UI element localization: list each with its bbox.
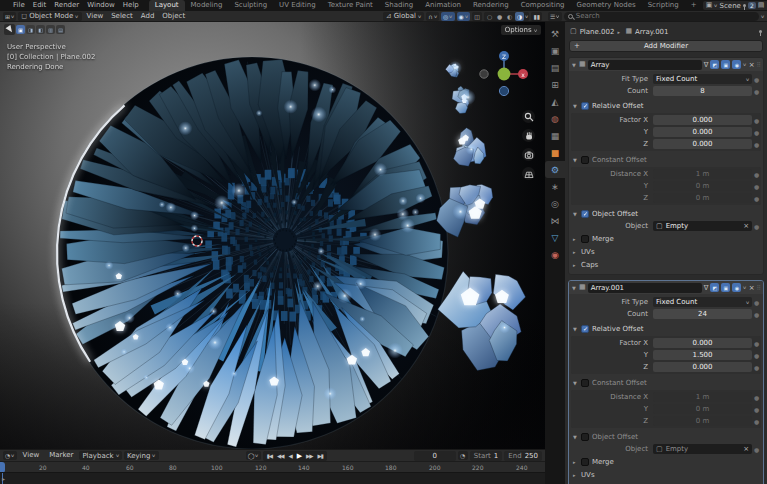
menu-timeline-view[interactable]: View <box>19 450 44 461</box>
pan-hand-button[interactable] <box>522 129 535 142</box>
tab-view-layer[interactable]: ⊞ <box>545 76 565 93</box>
mode-dropdown[interactable]: ◻Object Mode∨ <box>18 12 81 21</box>
merge-checkbox[interactable] <box>581 458 589 466</box>
tab-constraints[interactable]: ⋈ <box>545 212 565 229</box>
animate-dot-icon[interactable]: ● <box>752 141 761 148</box>
play-reverse-button[interactable]: ◀ <box>286 453 293 459</box>
transform-orientation-dropdown[interactable]: ⊿Global∨ <box>383 12 425 21</box>
menu-select[interactable]: Select <box>108 12 136 21</box>
count-slider[interactable]: 8 <box>653 86 752 96</box>
animate-dot-icon[interactable]: ● <box>752 394 761 401</box>
menu-object[interactable]: Object <box>159 12 188 21</box>
tool-option-4[interactable]: ▥ <box>46 25 55 34</box>
editmode-display-toggle[interactable]: ◩ <box>710 283 719 292</box>
fit-type-dropdown[interactable]: Fixed Count∨ <box>653 297 752 307</box>
pin-icon[interactable] <box>743 4 746 7</box>
relative-offset-checkbox[interactable] <box>581 325 589 333</box>
tab-geometry-nodes[interactable]: Geometry Nodes <box>571 0 642 11</box>
tab-scene[interactable]: ◭ <box>545 93 565 110</box>
uvs-collapsed-row[interactable]: ▸ UVs <box>571 245 761 258</box>
auto-keying-record-button[interactable]: ◯∨ <box>246 451 261 460</box>
delete-modifier-icon[interactable]: × <box>749 284 755 292</box>
menu-add[interactable]: Add <box>138 12 158 21</box>
relative-offset-checkbox[interactable] <box>581 102 589 110</box>
gizmos-dropdown[interactable]: ◉∨ <box>457 12 471 21</box>
shading-solid-button[interactable]: ● <box>495 12 504 21</box>
pause-render-button[interactable]: ▮▮ <box>531 12 542 21</box>
menu-help[interactable]: Help <box>119 0 143 11</box>
animate-dot-icon[interactable]: ● <box>752 418 761 425</box>
modifier-name-input[interactable]: Array.001 <box>588 283 702 293</box>
breadcrumb-modifier[interactable]: Array.001 <box>635 28 668 36</box>
preview-range-button[interactable]: ◔ <box>458 451 468 460</box>
count-slider[interactable]: 24 <box>653 309 752 319</box>
factor-z-field[interactable]: 0.000 <box>653 362 752 372</box>
object-offset-checkbox[interactable] <box>581 433 589 441</box>
channel-expand-icon[interactable]: ▸ <box>2 475 5 482</box>
distance-y-field[interactable]: 0 m <box>653 181 752 191</box>
animate-dot-icon[interactable]: ● <box>752 406 761 413</box>
drag-handle-icon[interactable]: ⠿ <box>757 284 760 291</box>
add-workspace-button[interactable]: + <box>685 0 703 11</box>
shading-wireframe-button[interactable]: ○ <box>485 12 494 21</box>
scene-users-badge[interactable]: 2 <box>748 2 756 9</box>
proportional-editing-button[interactable]: ◎∨ <box>441 12 455 21</box>
filter-chevron-icon[interactable]: ∨ <box>760 14 765 19</box>
menu-edit[interactable]: Edit <box>29 0 51 11</box>
distance-x-field[interactable]: 1 m <box>653 392 752 402</box>
active-tool-button[interactable] <box>4 24 15 35</box>
tool-option-2[interactable]: ◨ <box>26 25 35 34</box>
factor-z-field[interactable]: 0.000 <box>653 139 752 149</box>
animate-dot-icon[interactable]: ● <box>752 299 761 306</box>
tab-scripting[interactable]: Scripting <box>642 0 685 11</box>
tab-object[interactable]: ■ <box>545 144 565 161</box>
constant-offset-header[interactable]: ▼ Constant Offset <box>571 376 761 389</box>
modifier-name-input[interactable]: Array <box>588 60 702 70</box>
tab-output[interactable]: ▤ <box>545 59 565 76</box>
orthographic-grid-button[interactable] <box>522 167 535 180</box>
timeline-tracks[interactable]: ▸ <box>0 472 545 484</box>
vertex-group-filter-icon[interactable]: ∇ <box>704 61 709 69</box>
shading-material-button[interactable]: ◐ <box>505 12 514 21</box>
tool-option-3[interactable]: ◧ <box>36 25 45 34</box>
tab-texture-paint[interactable]: Texture Paint <box>322 0 379 11</box>
object-offset-header[interactable]: ▼ Object Offset <box>571 207 761 220</box>
modifier-header[interactable]: ▼ ▦ Array ∇ ◩ ▣ ◉ ∨ × ⠿ <box>569 58 763 71</box>
add-modifier-button[interactable]: + Add Modifier <box>569 40 763 52</box>
constant-offset-header[interactable]: ▼ Constant Offset <box>571 153 761 166</box>
menu-marker[interactable]: Marker <box>45 450 77 461</box>
jump-to-start-button[interactable]: ▮◀ <box>265 453 274 459</box>
current-frame-field[interactable]: 0 <box>414 451 456 461</box>
clear-object-icon[interactable]: × <box>743 445 749 453</box>
object-offset-checkbox[interactable] <box>581 210 589 218</box>
menu-window[interactable]: Window <box>83 0 119 11</box>
animate-dot-icon[interactable]: ● <box>752 195 761 202</box>
extras-chevron-icon[interactable]: ∨ <box>743 62 748 67</box>
fit-type-dropdown[interactable]: Fixed Count∨ <box>653 74 752 84</box>
keying-dropdown[interactable]: Keying∨ <box>124 451 159 460</box>
menu-view[interactable]: View <box>84 12 107 21</box>
drag-handle-icon[interactable]: ⠿ <box>757 61 760 68</box>
uvs-collapsed-row[interactable]: ▸ UVs <box>571 468 761 481</box>
zoom-button[interactable] <box>522 110 535 123</box>
viewport-3d[interactable]: ▣ ◨ ◧ ▥ ▤ User Perspective [0] Collectio… <box>0 22 545 449</box>
factor-x-field[interactable]: 0.000 <box>653 115 752 125</box>
tab-rendering[interactable]: Rendering <box>467 0 515 11</box>
new-scene-icon[interactable]: ▤ <box>758 2 765 9</box>
collapse-arrow-icon[interactable]: ▼ <box>572 285 577 291</box>
editor-type-button[interactable]: ⊞∨ <box>3 12 16 21</box>
merge-collapsed-row[interactable]: ▸ Merge <box>571 455 761 468</box>
modifier-header[interactable]: ▼ ▦ Array.001 ∇ ◩ ▣ ◉ ∨ × ⠿ <box>569 281 763 294</box>
snap-dropdown[interactable]: ∩∨ <box>426 12 439 21</box>
distance-x-field[interactable]: 1 m <box>653 169 752 179</box>
tab-modeling[interactable]: Modeling <box>185 0 229 11</box>
render-display-toggle[interactable]: ◉ <box>732 60 741 69</box>
tab-animation[interactable]: Animation <box>419 0 467 11</box>
object-offset-header[interactable]: ▼ Object Offset <box>571 430 761 443</box>
camera-view-button[interactable] <box>522 148 535 161</box>
tab-physics[interactable]: ◎ <box>545 195 565 212</box>
relative-offset-header[interactable]: ▼ Relative Offset <box>571 322 761 335</box>
properties-editor-type-button[interactable]: ☰∨ <box>548 12 562 21</box>
breadcrumb-object[interactable]: Plane.002 <box>580 28 615 36</box>
animate-dot-icon[interactable]: ● <box>752 340 761 347</box>
